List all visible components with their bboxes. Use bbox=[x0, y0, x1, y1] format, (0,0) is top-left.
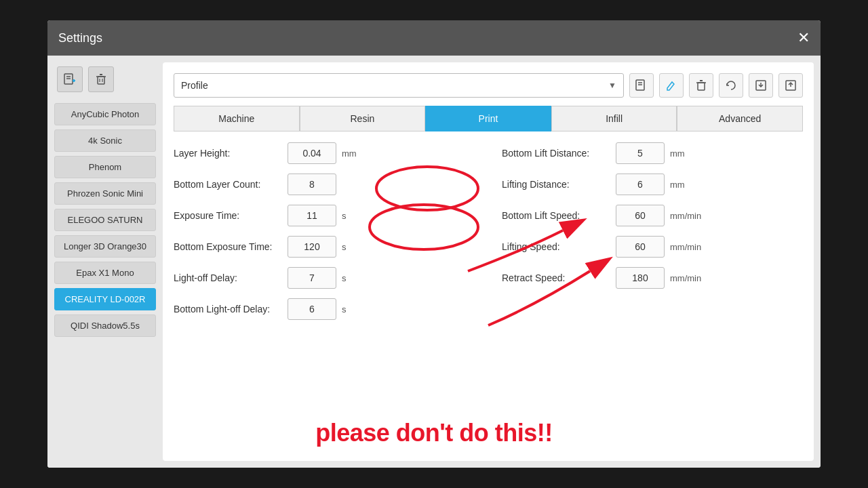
bottom-lift-distance-unit: mm bbox=[670, 148, 704, 159]
sidebar-item-creality[interactable]: CREALITY LD-002R bbox=[54, 288, 156, 310]
bottom-exposure-time-input[interactable] bbox=[288, 236, 336, 258]
export-button[interactable] bbox=[778, 73, 803, 98]
add-profile-button[interactable] bbox=[57, 66, 83, 92]
exposure-time-input[interactable] bbox=[288, 205, 336, 226]
lifting-speed-input[interactable] bbox=[616, 236, 665, 258]
retract-speed-label: Retract Speed: bbox=[502, 272, 610, 283]
refresh-button[interactable] bbox=[719, 73, 743, 98]
tab-print[interactable]: Print bbox=[425, 106, 551, 131]
tab-machine[interactable]: Machine bbox=[174, 106, 300, 131]
retract-speed-unit: mm/min bbox=[670, 273, 704, 283]
layer-height-label: Layer Height: bbox=[174, 148, 282, 159]
sidebar-item-phrozen[interactable]: Phrozen Sonic Mini bbox=[54, 182, 156, 205]
field-exposure-time: Exposure Time: s bbox=[174, 205, 475, 226]
bottom-lightoff-delay-label: Bottom Light-off Delay: bbox=[174, 304, 282, 314]
layer-height-input[interactable] bbox=[288, 142, 336, 164]
titlebar: Settings ✕ bbox=[47, 20, 821, 56]
lifting-distance-input[interactable] bbox=[616, 174, 665, 195]
layer-height-unit: mm bbox=[342, 148, 376, 159]
new-profile-button[interactable] bbox=[629, 73, 654, 98]
tab-infill[interactable]: Infill bbox=[551, 106, 677, 131]
bottom-lift-speed-unit: mm/min bbox=[670, 211, 704, 221]
svg-rect-5 bbox=[98, 77, 104, 84]
exposure-time-unit: s bbox=[342, 211, 376, 221]
lightoff-delay-unit: s bbox=[342, 273, 376, 283]
field-lifting-speed: Lifting Speed: mm/min bbox=[502, 236, 803, 258]
profile-label: Profile bbox=[181, 80, 208, 91]
bottom-lift-distance-label: Bottom Lift Distance: bbox=[502, 148, 610, 159]
lifting-speed-label: Lifting Speed: bbox=[502, 241, 610, 252]
sidebar-item-elegoo[interactable]: ELEGOO SATURN bbox=[54, 209, 156, 231]
bottom-exposure-time-unit: s bbox=[342, 242, 376, 252]
field-bottom-lift-speed: Bottom Lift Speed: mm/min bbox=[502, 205, 803, 226]
lightoff-delay-input[interactable] bbox=[288, 267, 336, 289]
lifting-speed-unit: mm/min bbox=[670, 242, 704, 252]
import-button[interactable] bbox=[749, 73, 773, 98]
field-bottom-lift-distance: Bottom Lift Distance: mm bbox=[502, 142, 803, 164]
field-bottom-exposure-time: Bottom Exposure Time: s bbox=[174, 236, 475, 258]
tab-advanced[interactable]: Advanced bbox=[677, 106, 803, 131]
sidebar-item-anycubic[interactable]: AnyCubic Photon bbox=[54, 103, 156, 125]
bottom-lightoff-delay-input[interactable] bbox=[288, 298, 336, 320]
bottom-layer-count-input[interactable] bbox=[288, 174, 336, 195]
field-bottom-layer-count: Bottom Layer Count: bbox=[174, 174, 475, 195]
window-title: Settings bbox=[58, 31, 102, 45]
bottom-layer-count-label: Bottom Layer Count: bbox=[174, 179, 282, 190]
warning-text: please don't do this!! bbox=[315, 419, 553, 447]
close-button[interactable]: ✕ bbox=[797, 30, 810, 45]
field-retract-speed: Retract Speed: mm/min bbox=[502, 267, 803, 289]
profile-row: Profile ▼ bbox=[174, 73, 803, 98]
svg-rect-13 bbox=[698, 83, 705, 90]
main-panel: Profile ▼ bbox=[163, 62, 814, 461]
edit-profile-button[interactable] bbox=[659, 73, 684, 98]
tab-resin[interactable]: Resin bbox=[300, 106, 426, 131]
sidebar-item-epax[interactable]: Epax X1 Mono bbox=[54, 262, 156, 284]
delete-profile-button[interactable] bbox=[88, 66, 114, 92]
bottom-lift-distance-input[interactable] bbox=[616, 142, 665, 164]
field-lightoff-delay: Light-off Delay: s bbox=[174, 267, 475, 289]
sidebar: AnyCubic Photon 4k Sonic Phenom Phrozen … bbox=[47, 56, 163, 468]
bottom-lift-speed-label: Bottom Lift Speed: bbox=[502, 210, 610, 221]
retract-speed-input[interactable] bbox=[616, 267, 665, 289]
exposure-time-label: Exposure Time: bbox=[174, 210, 282, 221]
lifting-distance-label: Lifting Distance: bbox=[502, 179, 610, 190]
right-fields: Bottom Lift Distance: mm Lifting Distanc… bbox=[502, 142, 803, 450]
field-layer-height: Layer Height: mm bbox=[174, 142, 475, 164]
field-lifting-distance: Lifting Distance: mm bbox=[502, 174, 803, 195]
lightoff-delay-label: Light-off Delay: bbox=[174, 272, 282, 283]
bottom-exposure-time-label: Bottom Exposure Time: bbox=[174, 241, 282, 252]
bottom-lightoff-delay-unit: s bbox=[342, 304, 376, 314]
profile-dropdown[interactable]: Profile ▼ bbox=[174, 73, 624, 98]
sidebar-item-phenom[interactable]: Phenom bbox=[54, 156, 156, 178]
tabs: Machine Resin Print Infill Advanced bbox=[174, 106, 803, 131]
sidebar-item-qidi[interactable]: QIDI Shadow5.5s bbox=[54, 314, 156, 337]
sidebar-item-longer[interactable]: Longer 3D Orange30 bbox=[54, 235, 156, 258]
dropdown-arrow-icon: ▼ bbox=[608, 81, 616, 90]
delete-toolbar-button[interactable] bbox=[689, 73, 713, 98]
sidebar-icons bbox=[54, 66, 156, 92]
fields-area: Layer Height: mm Bottom Layer Count: Exp… bbox=[174, 142, 803, 450]
bottom-lift-speed-input[interactable] bbox=[616, 205, 665, 226]
lifting-distance-unit: mm bbox=[670, 180, 704, 190]
sidebar-item-4ksonic[interactable]: 4k Sonic bbox=[54, 129, 156, 152]
left-fields: Layer Height: mm Bottom Layer Count: Exp… bbox=[174, 142, 475, 450]
field-bottom-lightoff-delay: Bottom Light-off Delay: s bbox=[174, 298, 475, 320]
